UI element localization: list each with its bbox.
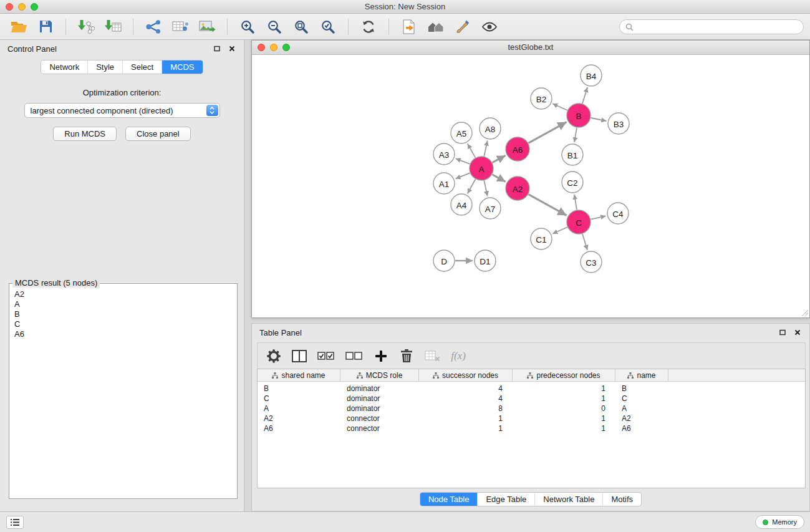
graph-node-A2[interactable]: A2 (506, 177, 529, 200)
import-table-from-file-button[interactable] (102, 16, 124, 37)
close-panel-button-cp[interactable]: Close panel (125, 127, 191, 141)
graph-edge-A-A3[interactable] (456, 158, 470, 164)
delete-columns-button[interactable] (399, 347, 414, 365)
graph-node-A[interactable]: A (470, 157, 493, 180)
control-tab-network[interactable]: Network (41, 60, 88, 74)
float-table-panel-button[interactable] (778, 328, 787, 337)
float-panel-button[interactable] (213, 44, 221, 53)
graph-edge-C-C3[interactable] (582, 234, 587, 250)
table-tab-node-table[interactable]: Node Table (420, 493, 478, 506)
search-box[interactable] (619, 19, 804, 34)
select-all-rows-button[interactable] (317, 347, 335, 365)
graph-edge-A-A8[interactable] (484, 141, 487, 157)
minimize-window-button[interactable] (18, 3, 26, 11)
graph-edge-A6-B[interactable] (529, 122, 567, 143)
graph-node-A1[interactable]: A1 (433, 173, 455, 194)
graph-node-D[interactable]: D (433, 250, 455, 271)
graph-node-C[interactable]: C (567, 210, 591, 234)
graph-edge-A-A4[interactable] (468, 180, 476, 194)
table-row[interactable]: Bdominator41B (258, 384, 805, 394)
close-window-button[interactable] (6, 3, 13, 11)
graph-node-A5[interactable]: A5 (451, 122, 472, 143)
apply-style-button[interactable] (451, 16, 474, 37)
function-builder-button[interactable]: f(x) (451, 347, 466, 365)
show-graphics-details-button[interactable] (478, 16, 501, 37)
graph-edge-B-B2[interactable] (552, 104, 567, 110)
network-close-button[interactable] (258, 44, 265, 51)
mcds-result-item[interactable]: C (14, 319, 232, 329)
column-header-shared-name[interactable]: shared name (258, 369, 340, 381)
graph-node-A3[interactable]: A3 (433, 143, 455, 165)
column-header-name[interactable]: name (615, 369, 668, 381)
show-columns-button[interactable] (292, 347, 307, 365)
import-network-from-file-button[interactable] (75, 16, 97, 37)
run-mcds-button[interactable]: Run MCDS (53, 127, 117, 141)
graph-node-C4[interactable]: C4 (607, 203, 629, 224)
table-tab-motifs[interactable]: Motifs (603, 493, 641, 506)
network-minimize-button[interactable] (270, 44, 277, 51)
graph-node-A7[interactable]: A7 (480, 198, 501, 219)
unselect-all-rows-button[interactable] (345, 347, 363, 365)
graph-edge-C-C1[interactable] (552, 227, 567, 234)
network-snapshot-button[interactable] (398, 16, 420, 37)
graph-node-C3[interactable]: C3 (581, 251, 602, 273)
zoom-in-button[interactable] (236, 16, 259, 37)
save-session-button[interactable] (34, 16, 57, 37)
graph-edge-B-B3[interactable] (591, 118, 607, 121)
export-image-button[interactable] (196, 16, 218, 37)
graph-edge-B-B1[interactable] (574, 128, 577, 142)
network-zoom-button[interactable] (282, 44, 290, 51)
graph-node-B4[interactable]: B4 (581, 65, 602, 86)
table-settings-button[interactable] (266, 347, 281, 365)
graph-edge-C-C2[interactable] (574, 195, 577, 210)
new-network-button[interactable] (142, 16, 165, 37)
graph-edge-A-A1[interactable] (456, 173, 470, 178)
network-window-titlebar[interactable]: testGlobe.txt (252, 41, 809, 55)
memory-button[interactable]: Memory (755, 515, 804, 529)
zoom-fit-button[interactable] (290, 16, 312, 37)
refresh-view-button[interactable] (357, 16, 380, 37)
table-tab-network-table[interactable]: Network Table (535, 493, 603, 506)
column-header-successor-nodes[interactable]: successor nodes (419, 369, 513, 381)
criterion-dropdown[interactable]: largest connected component (directed) (24, 103, 220, 118)
search-input[interactable] (637, 22, 798, 31)
graph-edge-C-C4[interactable] (591, 216, 606, 219)
graph-node-C2[interactable]: C2 (562, 172, 583, 193)
network-canvas[interactable]: B4B2BB3A5A8A6B1A3AC2A1A2A4A7C4CC1C3DD1 (252, 55, 809, 317)
graph-node-A6[interactable]: A6 (506, 137, 529, 161)
table-row[interactable]: Cdominator41C (258, 394, 805, 404)
graph-node-D1[interactable]: D1 (475, 250, 496, 271)
graph-edge-A-A2[interactable] (493, 175, 506, 182)
mcds-result-item[interactable]: A2 (14, 289, 232, 299)
create-new-column-button[interactable] (374, 347, 388, 365)
graph-node-B1[interactable]: B1 (562, 144, 583, 165)
delete-table-button[interactable] (425, 347, 440, 365)
close-table-panel-button[interactable] (793, 328, 802, 337)
graph-node-A4[interactable]: A4 (451, 194, 472, 215)
table-row[interactable]: A2connector11A2 (258, 414, 805, 423)
close-panel-button[interactable] (228, 44, 236, 53)
graph-edge-A2-C[interactable] (529, 195, 567, 216)
graph-node-A8[interactable]: A8 (480, 118, 501, 139)
graph-edge-B-B4[interactable] (582, 87, 587, 104)
graph-node-C1[interactable]: C1 (531, 228, 552, 249)
column-header-MCDS-role[interactable]: MCDS role (340, 369, 419, 381)
table-tab-edge-table[interactable]: Edge Table (478, 493, 535, 506)
graph-node-B3[interactable]: B3 (608, 113, 629, 134)
home-view-button[interactable] (425, 16, 447, 37)
mcds-result-item[interactable]: B (14, 309, 232, 319)
control-tab-mcds[interactable]: MCDS (162, 60, 202, 74)
zoom-selected-button[interactable] (317, 16, 339, 37)
graph-edge-A-A5[interactable] (468, 143, 475, 157)
resize-grip-icon[interactable] (801, 309, 809, 317)
control-tab-style[interactable]: Style (88, 60, 123, 74)
task-history-button[interactable] (6, 516, 24, 529)
graph-edge-A-A7[interactable] (484, 181, 487, 196)
table-row[interactable]: Adominator80A (258, 404, 805, 414)
graph-node-B2[interactable]: B2 (531, 88, 552, 109)
graph-edge-A-A6[interactable] (493, 155, 506, 162)
control-tab-select[interactable]: Select (123, 60, 162, 74)
graph-node-B[interactable]: B (567, 104, 591, 127)
zoom-window-button[interactable] (31, 3, 38, 11)
new-network-table-button[interactable] (169, 16, 191, 37)
